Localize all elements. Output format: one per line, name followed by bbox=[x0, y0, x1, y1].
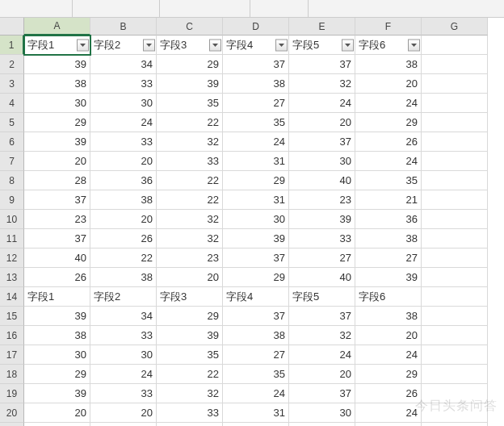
cell-B16[interactable]: 33 bbox=[90, 326, 157, 345]
cell-F13[interactable]: 39 bbox=[355, 268, 422, 287]
cell-A6[interactable]: 39 bbox=[24, 132, 90, 152]
row-header-1[interactable]: 1 bbox=[0, 36, 24, 55]
cell-G15[interactable] bbox=[422, 307, 488, 326]
cell-E14[interactable]: 字段5 bbox=[289, 287, 355, 307]
cell-A15[interactable]: 39 bbox=[24, 307, 90, 326]
cell-C14[interactable]: 字段3 bbox=[157, 287, 223, 307]
cell-D15[interactable]: 37 bbox=[223, 307, 289, 326]
cell-C13[interactable]: 20 bbox=[157, 268, 223, 287]
cell-G9[interactable] bbox=[422, 190, 488, 210]
cell-E5[interactable]: 20 bbox=[289, 113, 355, 132]
row-header-2[interactable]: 2 bbox=[0, 55, 24, 74]
cell-G14[interactable] bbox=[422, 287, 488, 307]
filter-dropdown-icon[interactable] bbox=[342, 39, 354, 51]
cell-G19[interactable] bbox=[422, 384, 488, 403]
row-header-16[interactable]: 16 bbox=[0, 326, 24, 345]
cell-F6[interactable]: 26 bbox=[355, 132, 422, 152]
cell-E10[interactable]: 39 bbox=[289, 210, 355, 229]
cell-B8[interactable]: 36 bbox=[90, 171, 157, 190]
cell-C7[interactable]: 33 bbox=[157, 152, 223, 171]
cell-C6[interactable]: 32 bbox=[157, 132, 223, 152]
filter-dropdown-icon[interactable] bbox=[209, 39, 221, 51]
filter-dropdown-icon[interactable] bbox=[275, 39, 288, 51]
cell-D3[interactable]: 38 bbox=[223, 74, 289, 94]
cell-E21[interactable]: 40 bbox=[289, 423, 355, 426]
cell-B19[interactable]: 33 bbox=[90, 384, 157, 403]
cell-F9[interactable]: 21 bbox=[355, 190, 422, 210]
cell-D18[interactable]: 35 bbox=[223, 365, 289, 384]
cell-A3[interactable]: 38 bbox=[24, 74, 90, 94]
row-header-4[interactable]: 4 bbox=[0, 94, 24, 113]
cell-E8[interactable]: 40 bbox=[289, 171, 355, 190]
cell-D8[interactable]: 29 bbox=[223, 171, 289, 190]
row-header-8[interactable]: 8 bbox=[0, 171, 24, 190]
cell-C16[interactable]: 39 bbox=[157, 326, 223, 345]
cell-D2[interactable]: 37 bbox=[223, 55, 289, 74]
row-header-15[interactable]: 15 bbox=[0, 307, 24, 326]
cell-G5[interactable] bbox=[422, 113, 488, 132]
cell-F17[interactable]: 24 bbox=[355, 345, 422, 365]
cell-E16[interactable]: 32 bbox=[289, 326, 355, 345]
cell-D13[interactable]: 29 bbox=[223, 268, 289, 287]
cell-D6[interactable]: 24 bbox=[223, 132, 289, 152]
cell-C8[interactable]: 22 bbox=[157, 171, 223, 190]
filter-dropdown-icon[interactable] bbox=[408, 39, 420, 51]
cell-D12[interactable]: 37 bbox=[223, 248, 289, 268]
cell-C10[interactable]: 32 bbox=[157, 210, 223, 229]
cell-E19[interactable]: 37 bbox=[289, 384, 355, 403]
row-header-18[interactable]: 18 bbox=[0, 365, 24, 384]
cell-A17[interactable]: 30 bbox=[24, 345, 90, 365]
cell-B2[interactable]: 34 bbox=[90, 55, 157, 74]
cell-B4[interactable]: 30 bbox=[90, 94, 157, 113]
cell-G2[interactable] bbox=[422, 55, 488, 74]
cell-B13[interactable]: 38 bbox=[90, 268, 157, 287]
row-header-13[interactable]: 13 bbox=[0, 268, 24, 287]
cell-E18[interactable]: 20 bbox=[289, 365, 355, 384]
cell-E12[interactable]: 27 bbox=[289, 248, 355, 268]
row-header-14[interactable]: 14 bbox=[0, 287, 24, 307]
cell-G10[interactable] bbox=[422, 210, 488, 229]
cell-F15[interactable]: 38 bbox=[355, 307, 422, 326]
cell-D9[interactable]: 31 bbox=[223, 190, 289, 210]
cell-F16[interactable]: 20 bbox=[355, 326, 422, 345]
column-header-F[interactable]: F bbox=[355, 18, 422, 36]
cell-G17[interactable] bbox=[422, 345, 488, 365]
cell-E3[interactable]: 32 bbox=[289, 74, 355, 94]
cell-B1[interactable]: 字段2 bbox=[90, 36, 157, 55]
cell-C1[interactable]: 字段3 bbox=[157, 36, 223, 55]
cell-D10[interactable]: 30 bbox=[223, 210, 289, 229]
cell-G13[interactable] bbox=[422, 268, 488, 287]
cell-G8[interactable] bbox=[422, 171, 488, 190]
cell-B20[interactable]: 20 bbox=[90, 403, 157, 423]
row-header-21[interactable]: 21 bbox=[0, 423, 24, 426]
cell-A19[interactable]: 39 bbox=[24, 384, 90, 403]
row-header-3[interactable]: 3 bbox=[0, 74, 24, 94]
cell-D7[interactable]: 31 bbox=[223, 152, 289, 171]
cell-A13[interactable]: 26 bbox=[24, 268, 90, 287]
cell-G3[interactable] bbox=[422, 74, 488, 94]
cell-D21[interactable]: 29 bbox=[223, 423, 289, 426]
column-header-E[interactable]: E bbox=[289, 18, 355, 36]
row-header-11[interactable]: 11 bbox=[0, 229, 24, 248]
column-header-B[interactable]: B bbox=[90, 18, 157, 36]
filter-dropdown-icon[interactable] bbox=[143, 39, 155, 51]
column-header-G[interactable]: G bbox=[422, 18, 488, 36]
cell-F21[interactable]: 35 bbox=[355, 423, 422, 426]
cell-B12[interactable]: 22 bbox=[90, 248, 157, 268]
cell-C5[interactable]: 22 bbox=[157, 113, 223, 132]
cell-C19[interactable]: 32 bbox=[157, 384, 223, 403]
cell-G1[interactable] bbox=[422, 36, 488, 55]
cell-A11[interactable]: 37 bbox=[24, 229, 90, 248]
cell-E17[interactable]: 24 bbox=[289, 345, 355, 365]
column-header-A[interactable]: A bbox=[24, 18, 90, 36]
cell-F2[interactable]: 38 bbox=[355, 55, 422, 74]
cell-C18[interactable]: 22 bbox=[157, 365, 223, 384]
cell-G21[interactable] bbox=[422, 423, 488, 426]
cell-C9[interactable]: 22 bbox=[157, 190, 223, 210]
cell-D4[interactable]: 27 bbox=[223, 94, 289, 113]
cell-E4[interactable]: 24 bbox=[289, 94, 355, 113]
cell-D20[interactable]: 31 bbox=[223, 403, 289, 423]
cell-E1[interactable]: 字段5 bbox=[289, 36, 355, 55]
cell-F7[interactable]: 24 bbox=[355, 152, 422, 171]
cell-F5[interactable]: 29 bbox=[355, 113, 422, 132]
